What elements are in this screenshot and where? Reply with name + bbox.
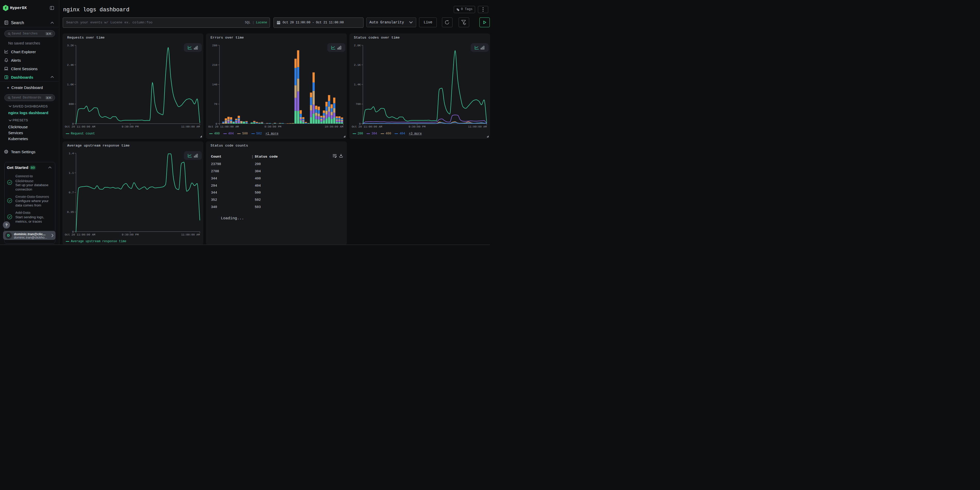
svg-text:Oct 20 11:00:00 AM: Oct 20 11:00:00 AM [352, 125, 382, 128]
svg-text:1.1: 1.1 [69, 172, 74, 175]
svg-text:1.6K: 1.6K [67, 83, 74, 86]
svg-text:Oct 20 11:00:00 AM: Oct 20 11:00:00 AM [65, 233, 95, 236]
svg-text:11:00:00 AM: 11:00:00 AM [181, 233, 200, 236]
svg-text:0.7: 0.7 [69, 191, 74, 194]
svg-text:0.35: 0.35 [67, 211, 74, 214]
svg-text:280: 280 [212, 44, 217, 47]
svg-text:2.1K: 2.1K [354, 64, 361, 67]
svg-text:0: 0 [216, 123, 218, 126]
svg-text:1.4: 1.4 [69, 152, 74, 155]
svg-text:10:30:00 AM: 10:30:00 AM [325, 125, 344, 128]
svg-text:11:00:00 AM: 11:00:00 AM [468, 125, 487, 128]
svg-text:9:30:00 PM: 9:30:00 PM [264, 125, 282, 128]
svg-text:3.2K: 3.2K [67, 44, 74, 47]
svg-text:0: 0 [72, 230, 74, 234]
svg-text:140: 140 [212, 83, 217, 86]
svg-text:800: 800 [69, 103, 74, 106]
svg-text:0: 0 [72, 123, 74, 126]
svg-text:2.8K: 2.8K [354, 44, 361, 47]
svg-text:210: 210 [212, 64, 217, 67]
svg-text:70: 70 [214, 103, 217, 106]
svg-text:0: 0 [359, 123, 361, 126]
svg-text:Oct 20 11:00:00 AM: Oct 20 11:00:00 AM [65, 125, 95, 128]
svg-text:9:30:00 PM: 9:30:00 PM [122, 233, 139, 236]
svg-text:9:30:00 PM: 9:30:00 PM [409, 125, 425, 128]
svg-text:700: 700 [356, 103, 361, 106]
svg-text:1.4K: 1.4K [354, 83, 361, 86]
svg-text:9:30:00 PM: 9:30:00 PM [122, 125, 139, 128]
svg-text:2.4K: 2.4K [67, 64, 74, 67]
svg-text:11:00:00 AM: 11:00:00 AM [181, 125, 200, 128]
svg-text:Oct 20 11:00:00 AM: Oct 20 11:00:00 AM [208, 125, 239, 128]
